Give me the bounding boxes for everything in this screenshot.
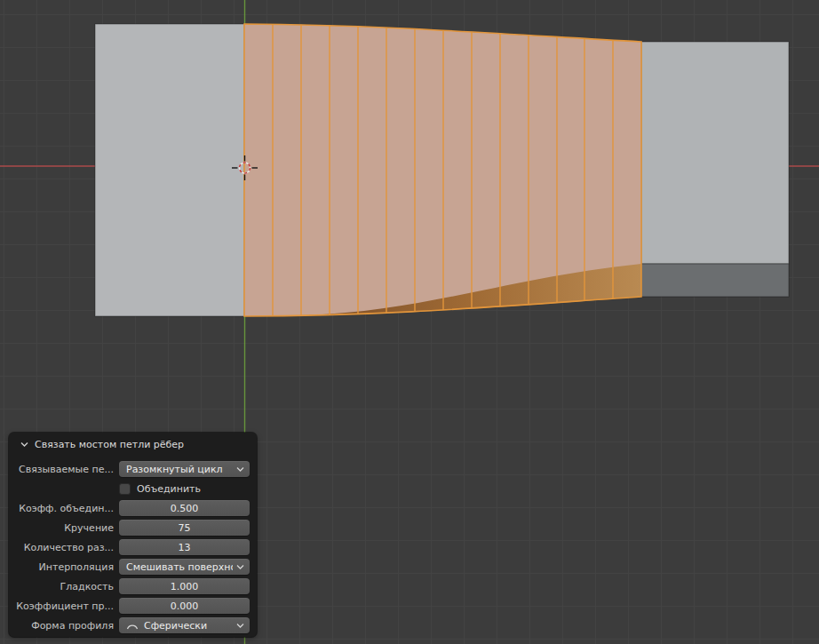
field-row-smoothness: Гладкость 1.000 — [9, 576, 257, 596]
field-label: Коэффициент пр... — [16, 600, 119, 612]
interpolation-dropdown[interactable]: Смешивать поверхнос... — [119, 559, 250, 575]
checkbox-label: Объединить — [137, 483, 201, 495]
dropdown-value: Разомкнутый цикл — [126, 464, 233, 475]
operator-panel: Связать мостом петли рёбер Связываемые п… — [9, 433, 257, 637]
profile-factor-field[interactable]: 0.000 — [119, 598, 250, 614]
field-value: 75 — [179, 522, 191, 534]
chevron-down-icon — [236, 564, 244, 570]
field-row-profile-shape: Форма профиля Сферически — [9, 616, 257, 635]
panel-header[interactable]: Связать мостом петли рёбер — [9, 435, 257, 453]
field-label: Количество раз... — [16, 542, 119, 553]
mesh-right-block-front[interactable] — [641, 42, 789, 264]
field-label: Интерполяция — [16, 561, 119, 573]
loop-pairs-dropdown[interactable]: Разомкнутый цикл — [119, 461, 250, 477]
field-label: Форма профиля — [16, 620, 119, 632]
field-label: Связываемые пе... — [16, 464, 119, 475]
field-row-twist: Кручение 75 — [9, 518, 257, 537]
field-value: 0.000 — [171, 600, 199, 612]
field-row-interpolation: Интерполяция Смешивать поверхнос... — [9, 557, 257, 576]
field-row-cuts: Количество раз... 13 — [9, 537, 257, 557]
chevron-down-icon — [236, 466, 244, 473]
panel-rows: Связываемые пе... Разомкнутый цикл Объед… — [9, 459, 257, 635]
field-row-merge: Объединить — [9, 479, 257, 498]
field-value: 13 — [179, 542, 191, 553]
field-row-merge-factor: Коэфф. объедин... 0.500 — [9, 498, 257, 518]
chevron-down-icon — [236, 623, 244, 629]
mesh-object[interactable] — [95, 18, 789, 322]
field-value: 1.000 — [171, 581, 199, 592]
dropdown-value: Смешивать поверхнос... — [126, 561, 233, 573]
field-value: 0.500 — [171, 503, 199, 514]
field-label: Гладкость — [16, 581, 119, 592]
3d-viewport[interactable]: Связать мостом петли рёбер Связываемые п… — [0, 0, 819, 644]
field-row-profile-factor: Коэффициент пр... 0.000 — [9, 596, 257, 616]
sphere-profile-icon — [126, 621, 139, 630]
dropdown-value: Сферически — [144, 620, 233, 632]
panel-title: Связать мостом петли рёбер — [35, 439, 184, 450]
merge-checkbox[interactable] — [119, 483, 131, 495]
twist-field[interactable]: 75 — [119, 520, 250, 536]
field-label: Кручение — [16, 522, 119, 534]
collapse-chevron-icon[interactable] — [20, 441, 28, 448]
field-label: Коэфф. объедин... — [16, 503, 119, 514]
field-row-loop-pairs: Связываемые пе... Разомкнутый цикл — [9, 459, 257, 479]
mesh-right-block-bottom[interactable] — [641, 264, 789, 297]
mesh-left-block[interactable] — [95, 24, 244, 316]
profile-shape-dropdown[interactable]: Сферически — [119, 617, 250, 633]
cuts-field[interactable]: 13 — [119, 539, 250, 555]
smoothness-field[interactable]: 1.000 — [119, 578, 250, 594]
merge-factor-field[interactable]: 0.500 — [119, 500, 250, 516]
